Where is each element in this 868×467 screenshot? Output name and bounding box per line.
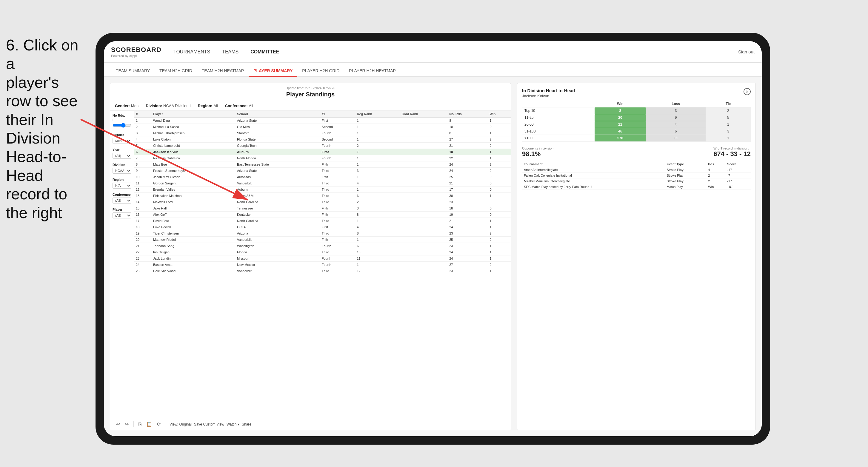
paste-button[interactable]: 📋	[145, 421, 153, 428]
nav-tournaments[interactable]: TOURNAMENTS	[174, 48, 210, 56]
cell-rds: 18	[447, 205, 488, 212]
year-select[interactable]: (All)	[113, 153, 131, 159]
table-row[interactable]: 18 Luke Powell UCLA First 4 24 1	[134, 224, 511, 230]
table-row[interactable]: 11 Gordon Sargent Vanderbilt Third 4 21 …	[134, 180, 511, 187]
region-select[interactable]: N/A	[113, 183, 131, 189]
table-row[interactable]: 15 Jake Hall Tennessee Fifth 3 18 0	[134, 205, 511, 212]
tour-pos: 2	[706, 179, 725, 184]
share-label[interactable]: Share	[242, 422, 251, 427]
cell-win: 1	[488, 130, 511, 136]
cell-num: 1	[134, 118, 151, 124]
table-row[interactable]: 23 Jack Lundin Missouri Fourth 11 24 1	[134, 255, 511, 262]
h2h-stats-row: Opponents in division: 98.1% W-L-T recor…	[522, 147, 751, 158]
table-row[interactable]: 4 Luke Claton Florida State Second 1 27 …	[134, 136, 511, 143]
table-row[interactable]: 7 Nicholas Gabrelcik North Florida Fourt…	[134, 155, 511, 161]
cell-school: UCLA	[235, 224, 320, 230]
h2h-loss-cell: 11	[646, 135, 706, 142]
watch-label[interactable]: Watch ▾	[226, 422, 239, 427]
sub-nav: TEAM SUMMARY TEAM H2H GRID TEAM H2H HEAT…	[104, 63, 762, 77]
table-row[interactable]: 1 Wenyi Ding Arizona State First 1 8 1	[134, 118, 511, 124]
cell-player: Gordon Sargent	[151, 180, 235, 187]
cell-rds: 27	[447, 136, 488, 143]
table-row[interactable]: 10 Jacob Max Olesen Arkansas Fifth 1 25 …	[134, 174, 511, 180]
table-row[interactable]: 20 Matthew Riedel Vanderbilt Fifth 1 25 …	[134, 237, 511, 243]
cell-reg-rank: 1	[355, 124, 400, 130]
rounds-slider[interactable]	[113, 123, 131, 128]
table-row[interactable]: 6 Jackson Koivun Auburn First 1 18 1	[134, 149, 511, 155]
h2h-record: 674 - 33 - 12	[713, 150, 751, 158]
undo-button[interactable]: ↩	[115, 421, 121, 428]
h2h-tie-cell: 1	[706, 135, 751, 142]
nav-committee[interactable]: COMMITTEE	[250, 48, 279, 56]
table-row[interactable]: 9 Preston Summerhays Arizona State Third…	[134, 168, 511, 174]
cell-win: 2	[488, 262, 511, 268]
subnav-team-h2h-heatmap[interactable]: TEAM H2H HEATMAP	[197, 65, 249, 77]
table-row[interactable]: 12 Brendan Valles Auburn Third 1 17 0	[134, 187, 511, 193]
player-select[interactable]: (All)	[113, 213, 131, 218]
cell-rds: 19	[447, 212, 488, 218]
subnav-team-h2h-grid[interactable]: TEAM H2H GRID	[155, 65, 197, 77]
table-row[interactable]: 25 Cole Sherwood Vanderbilt Third 12 23 …	[134, 268, 511, 274]
cell-num: 16	[134, 212, 151, 218]
cell-school: Arkansas	[235, 174, 320, 180]
table-row[interactable]: 19 Tiger Christensen Arizona Third 8 23 …	[134, 230, 511, 237]
cell-num: 19	[134, 230, 151, 237]
subnav-team-summary[interactable]: TEAM SUMMARY	[111, 65, 155, 77]
division-select[interactable]: NCAA Division I	[113, 168, 131, 174]
cell-yr: First	[320, 118, 355, 124]
panel-header: Update time: 27/03/2024 16:56:26 Player …	[110, 83, 511, 101]
cell-conf-rank	[400, 249, 447, 255]
table-row[interactable]: 8 Mats Ege East Tennessee State Fifth 1 …	[134, 161, 511, 168]
cell-rds: 21	[447, 180, 488, 187]
conference-select[interactable]: (All)	[113, 197, 131, 204]
tour-pos: 2	[706, 173, 725, 179]
save-custom-label[interactable]: Save Custom View	[194, 422, 224, 427]
cell-win: 2	[488, 168, 511, 174]
cell-win: 1	[488, 268, 511, 274]
cell-num: 20	[134, 237, 151, 243]
cell-yr: Third	[320, 268, 355, 274]
sign-out-button[interactable]: Sign out	[738, 49, 754, 54]
cell-num: 4	[134, 136, 151, 143]
cell-conf-rank	[400, 224, 447, 230]
cell-yr: Fourth	[320, 255, 355, 262]
copy-button[interactable]: ⎘	[137, 421, 143, 428]
subnav-player-summary[interactable]: PLAYER SUMMARY	[249, 65, 297, 77]
h2h-rank-label: Top 10	[522, 107, 595, 114]
subnav-player-h2h-heatmap[interactable]: PLAYER H2H HEATMAP	[344, 65, 401, 77]
table-row[interactable]: 3 Michael Thorbjornsen Stanford Fourth 1…	[134, 130, 511, 136]
table-row[interactable]: 22 Ian Gilligan Florida Third 10 24 1	[134, 249, 511, 255]
subnav-player-h2h-grid[interactable]: PLAYER H2H GRID	[297, 65, 344, 77]
table-row[interactable]: 16 Alex Goff Kentucky Fifth 8 19 0	[134, 212, 511, 218]
table-row[interactable]: 5 Christo Lamprecht Georgia Tech Fourth …	[134, 143, 511, 149]
table-row[interactable]: 21 Taehoon Song Washington Fourth 6 23 1	[134, 243, 511, 249]
gender-select[interactable]: Men	[113, 138, 131, 144]
table-row[interactable]: 17 David Ford North Carolina Third 1 21 …	[134, 218, 511, 224]
cell-yr: Fifth	[320, 174, 355, 180]
close-h2h-button[interactable]: ✕	[744, 88, 751, 95]
cell-win: 0	[488, 180, 511, 187]
tournament-row: Fallen Oak Collegiate Invitational Strok…	[522, 173, 751, 179]
table-row[interactable]: 13 Phichaksn Maichon Texas A&M Third 6 3…	[134, 193, 511, 199]
h2h-loss-cell: 9	[646, 114, 706, 121]
cell-win: 1	[488, 243, 511, 249]
refresh-button[interactable]: ⟳	[156, 421, 162, 428]
view-original-label[interactable]: View: Original	[169, 422, 192, 427]
cell-school: Georgia Tech	[235, 143, 320, 149]
h2h-breakdown-table: Win Loss Tie Top 10 8 3 2 11-25 20 9 5 2…	[522, 100, 751, 142]
filters-row: Gender: Men Division: NCAA Division I Re…	[110, 101, 511, 111]
cell-reg-rank: 8	[355, 212, 400, 218]
redo-button[interactable]: ↪	[124, 421, 130, 428]
cell-yr: Third	[320, 187, 355, 193]
dashboard-panel: Update time: 27/03/2024 16:56:26 Player …	[110, 83, 511, 430]
cell-reg-rank: 3	[355, 205, 400, 212]
cell-player: Taehoon Song	[151, 243, 235, 249]
cell-yr: Third	[320, 218, 355, 224]
cell-reg-rank: 1	[355, 118, 400, 124]
h2h-rank-label: 51-100	[522, 128, 595, 135]
table-row[interactable]: 2 Michael La Sasso Ole Miss Second 1 18 …	[134, 124, 511, 130]
cell-school: Tennessee	[235, 205, 320, 212]
nav-teams[interactable]: TEAMS	[222, 48, 239, 56]
table-row[interactable]: 24 Bastien Amat New Mexico Fourth 1 27 2	[134, 262, 511, 268]
table-row[interactable]: 14 Maxwell Ford North Carolina Third 2 2…	[134, 199, 511, 205]
